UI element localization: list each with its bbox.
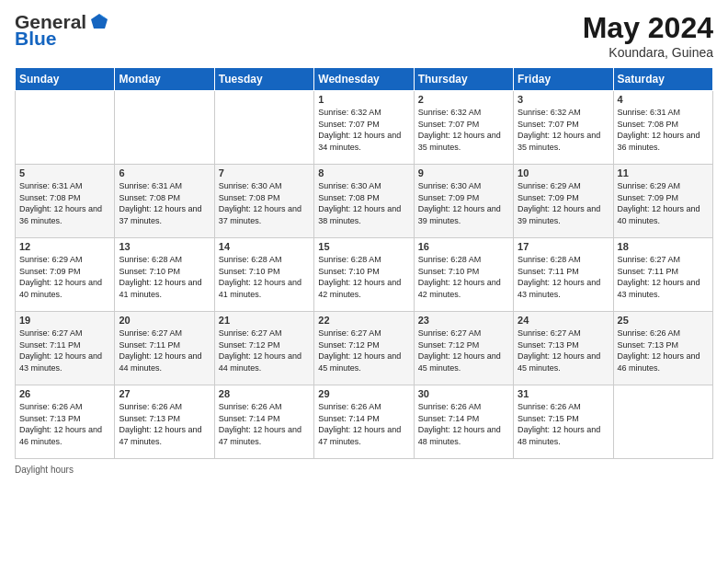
- week-row-5: 26Sunrise: 6:26 AMSunset: 7:13 PMDayligh…: [16, 385, 713, 459]
- cell-info: Sunrise: 6:30 AMSunset: 7:09 PMDaylight:…: [418, 181, 501, 225]
- day-cell: 4Sunrise: 6:31 AMSunset: 7:08 PMDaylight…: [613, 91, 712, 165]
- day-number: 13: [119, 241, 210, 252]
- title-block: May 2024 Koundara, Guinea: [583, 11, 713, 60]
- calendar-table: SundayMondayTuesdayWednesdayThursdayFrid…: [15, 67, 713, 459]
- col-header-tuesday: Tuesday: [214, 68, 313, 91]
- day-cell: 28Sunrise: 6:26 AMSunset: 7:14 PMDayligh…: [214, 385, 313, 459]
- day-number: 19: [19, 315, 110, 326]
- day-number: 24: [518, 315, 609, 326]
- day-cell: 5Sunrise: 6:31 AMSunset: 7:08 PMDaylight…: [16, 165, 115, 238]
- week-row-2: 5Sunrise: 6:31 AMSunset: 7:08 PMDaylight…: [16, 165, 713, 238]
- day-cell: 27Sunrise: 6:26 AMSunset: 7:13 PMDayligh…: [115, 385, 214, 459]
- day-cell: 1Sunrise: 6:32 AMSunset: 7:07 PMDaylight…: [314, 91, 414, 165]
- cell-info: Sunrise: 6:29 AMSunset: 7:09 PMDaylight:…: [19, 255, 102, 299]
- col-header-friday: Friday: [514, 68, 613, 91]
- cell-info: Sunrise: 6:27 AMSunset: 7:13 PMDaylight:…: [518, 328, 600, 373]
- day-cell: 21Sunrise: 6:27 AMSunset: 7:12 PMDayligh…: [214, 312, 313, 385]
- day-cell: 25Sunrise: 6:26 AMSunset: 7:13 PMDayligh…: [613, 312, 712, 385]
- cell-info: Sunrise: 6:28 AMSunset: 7:10 PMDaylight:…: [119, 255, 201, 299]
- day-cell: 18Sunrise: 6:27 AMSunset: 7:11 PMDayligh…: [613, 238, 712, 312]
- day-number: 10: [518, 167, 609, 178]
- day-cell: 3Sunrise: 6:32 AMSunset: 7:07 PMDaylight…: [514, 91, 613, 165]
- cell-info: Sunrise: 6:32 AMSunset: 7:07 PMDaylight:…: [318, 108, 401, 152]
- footer: Daylight hours: [15, 465, 713, 475]
- cell-info: Sunrise: 6:27 AMSunset: 7:12 PMDaylight:…: [418, 328, 501, 373]
- cell-info: Sunrise: 6:26 AMSunset: 7:14 PMDaylight:…: [318, 402, 401, 446]
- day-number: 15: [318, 241, 409, 252]
- day-cell: 22Sunrise: 6:27 AMSunset: 7:12 PMDayligh…: [314, 312, 414, 385]
- day-number: 5: [19, 167, 110, 178]
- day-cell: 30Sunrise: 6:26 AMSunset: 7:14 PMDayligh…: [414, 385, 513, 459]
- day-cell: 8Sunrise: 6:30 AMSunset: 7:08 PMDaylight…: [314, 165, 414, 238]
- daylight-label: Daylight hours: [15, 465, 74, 475]
- cell-info: Sunrise: 6:27 AMSunset: 7:11 PMDaylight:…: [119, 328, 201, 373]
- day-number: 18: [618, 241, 709, 252]
- day-number: 31: [518, 388, 609, 399]
- col-header-wednesday: Wednesday: [314, 68, 414, 91]
- cell-info: Sunrise: 6:28 AMSunset: 7:10 PMDaylight:…: [219, 255, 301, 299]
- cell-info: Sunrise: 6:30 AMSunset: 7:08 PMDaylight:…: [219, 181, 301, 225]
- day-cell: [115, 91, 214, 165]
- day-cell: [613, 385, 712, 459]
- day-cell: 13Sunrise: 6:28 AMSunset: 7:10 PMDayligh…: [115, 238, 214, 312]
- day-cell: 15Sunrise: 6:28 AMSunset: 7:10 PMDayligh…: [314, 238, 414, 312]
- logo-flag-icon: [89, 12, 109, 32]
- cell-info: Sunrise: 6:27 AMSunset: 7:11 PMDaylight:…: [19, 328, 102, 373]
- cell-info: Sunrise: 6:27 AMSunset: 7:11 PMDaylight:…: [618, 255, 700, 299]
- svg-marker-0: [91, 14, 108, 29]
- day-cell: 20Sunrise: 6:27 AMSunset: 7:11 PMDayligh…: [115, 312, 214, 385]
- day-cell: [16, 91, 115, 165]
- day-number: 21: [219, 315, 310, 326]
- day-number: 14: [219, 241, 310, 252]
- day-cell: 9Sunrise: 6:30 AMSunset: 7:09 PMDaylight…: [414, 165, 513, 238]
- cell-info: Sunrise: 6:32 AMSunset: 7:07 PMDaylight:…: [518, 108, 600, 152]
- logo: General Blue: [15, 11, 109, 50]
- day-number: 2: [418, 94, 509, 105]
- day-number: 30: [418, 388, 509, 399]
- day-number: 11: [618, 167, 709, 178]
- day-number: 3: [518, 94, 609, 105]
- day-number: 1: [318, 94, 409, 105]
- week-row-3: 12Sunrise: 6:29 AMSunset: 7:09 PMDayligh…: [16, 238, 713, 312]
- day-number: 7: [219, 167, 310, 178]
- day-cell: 31Sunrise: 6:26 AMSunset: 7:15 PMDayligh…: [514, 385, 613, 459]
- cell-info: Sunrise: 6:28 AMSunset: 7:11 PMDaylight:…: [518, 255, 600, 299]
- day-cell: 10Sunrise: 6:29 AMSunset: 7:09 PMDayligh…: [514, 165, 613, 238]
- cell-info: Sunrise: 6:26 AMSunset: 7:13 PMDaylight:…: [19, 402, 102, 446]
- cell-info: Sunrise: 6:26 AMSunset: 7:13 PMDaylight:…: [618, 328, 700, 373]
- cell-info: Sunrise: 6:31 AMSunset: 7:08 PMDaylight:…: [119, 181, 201, 225]
- day-cell: 7Sunrise: 6:30 AMSunset: 7:08 PMDaylight…: [214, 165, 313, 238]
- day-cell: 19Sunrise: 6:27 AMSunset: 7:11 PMDayligh…: [16, 312, 115, 385]
- day-cell: 24Sunrise: 6:27 AMSunset: 7:13 PMDayligh…: [514, 312, 613, 385]
- cell-info: Sunrise: 6:32 AMSunset: 7:07 PMDaylight:…: [418, 108, 501, 152]
- calendar-title: May 2024: [583, 11, 713, 45]
- page: General Blue May 2024 Koundara, Guinea S…: [0, 0, 728, 563]
- day-number: 9: [418, 167, 509, 178]
- day-cell: 14Sunrise: 6:28 AMSunset: 7:10 PMDayligh…: [214, 238, 313, 312]
- cell-info: Sunrise: 6:26 AMSunset: 7:14 PMDaylight:…: [219, 402, 301, 446]
- cell-info: Sunrise: 6:30 AMSunset: 7:08 PMDaylight:…: [318, 181, 401, 225]
- day-number: 29: [318, 388, 409, 399]
- cell-info: Sunrise: 6:27 AMSunset: 7:12 PMDaylight:…: [318, 328, 401, 373]
- col-header-saturday: Saturday: [613, 68, 712, 91]
- day-cell: 2Sunrise: 6:32 AMSunset: 7:07 PMDaylight…: [414, 91, 513, 165]
- day-number: 27: [119, 388, 210, 399]
- day-cell: 26Sunrise: 6:26 AMSunset: 7:13 PMDayligh…: [16, 385, 115, 459]
- cell-info: Sunrise: 6:29 AMSunset: 7:09 PMDaylight:…: [618, 181, 700, 225]
- header: General Blue May 2024 Koundara, Guinea: [15, 11, 713, 60]
- day-cell: 23Sunrise: 6:27 AMSunset: 7:12 PMDayligh…: [414, 312, 513, 385]
- day-number: 12: [19, 241, 110, 252]
- day-cell: 11Sunrise: 6:29 AMSunset: 7:09 PMDayligh…: [613, 165, 712, 238]
- day-cell: 6Sunrise: 6:31 AMSunset: 7:08 PMDaylight…: [115, 165, 214, 238]
- cell-info: Sunrise: 6:26 AMSunset: 7:15 PMDaylight:…: [518, 402, 600, 446]
- calendar-location: Koundara, Guinea: [583, 45, 713, 60]
- day-cell: 16Sunrise: 6:28 AMSunset: 7:10 PMDayligh…: [414, 238, 513, 312]
- cell-info: Sunrise: 6:28 AMSunset: 7:10 PMDaylight:…: [418, 255, 501, 299]
- col-header-sunday: Sunday: [16, 68, 115, 91]
- col-header-monday: Monday: [115, 68, 214, 91]
- cell-info: Sunrise: 6:31 AMSunset: 7:08 PMDaylight:…: [19, 181, 102, 225]
- day-cell: 17Sunrise: 6:28 AMSunset: 7:11 PMDayligh…: [514, 238, 613, 312]
- cell-info: Sunrise: 6:26 AMSunset: 7:14 PMDaylight:…: [418, 402, 501, 446]
- day-number: 6: [119, 167, 210, 178]
- day-number: 23: [418, 315, 509, 326]
